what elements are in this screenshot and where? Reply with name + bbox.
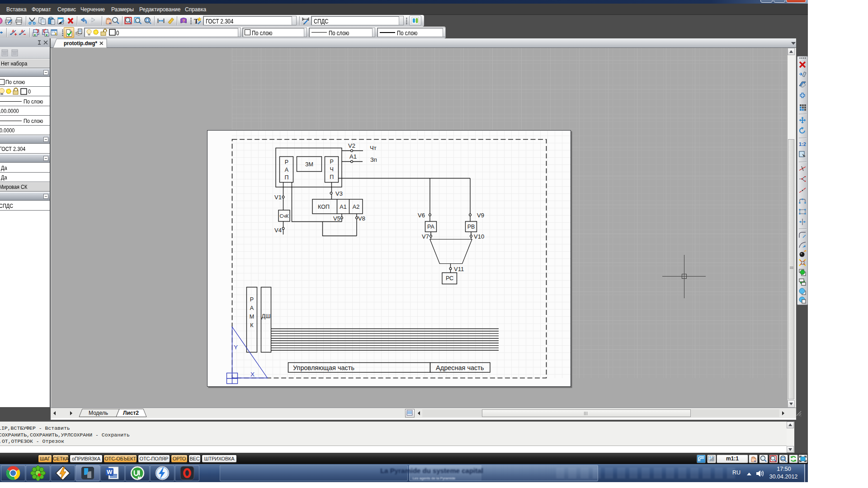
- svg-text:П: П: [330, 174, 334, 180]
- svg-text:Р: Р: [285, 159, 288, 165]
- svg-text:V11: V11: [454, 266, 464, 272]
- svg-text:V6: V6: [418, 212, 425, 219]
- svg-text:А: А: [250, 305, 254, 311]
- svg-text:РС: РС: [446, 275, 453, 282]
- svg-text:К: К: [250, 322, 254, 328]
- svg-text:А: А: [21, 29, 24, 33]
- svg-text:prototip.dwg*: prototip.dwg*: [64, 40, 97, 47]
- svg-text:РВ: РВ: [467, 224, 475, 230]
- svg-text:?: ?: [183, 19, 185, 23]
- svg-text:М: М: [250, 314, 254, 320]
- svg-text:А1: А1: [340, 204, 346, 210]
- svg-text:Упровляющая часть: Упровляющая часть: [293, 364, 354, 371]
- svg-text:Зп: Зп: [370, 156, 377, 163]
- svg-text:Ч: Ч: [330, 166, 334, 173]
- svg-text:Чт: Чт: [370, 145, 377, 151]
- svg-text:А1: А1: [349, 153, 357, 160]
- svg-text:ЗМ: ЗМ: [305, 161, 313, 168]
- svg-text:1:2: 1:2: [799, 141, 806, 147]
- svg-text:Лист2: Лист2: [123, 410, 139, 416]
- svg-text:V9: V9: [477, 212, 484, 219]
- svg-text:x: x: [46, 32, 48, 37]
- svg-text:Адресная часть: Адресная часть: [436, 364, 484, 371]
- svg-text:КОП: КОП: [318, 204, 330, 210]
- svg-text:V8: V8: [358, 215, 365, 222]
- svg-text:Р: Р: [250, 296, 254, 303]
- svg-text:СчК: СчК: [280, 213, 289, 219]
- svg-text:W: W: [107, 469, 113, 475]
- svg-text:V1: V1: [274, 194, 282, 201]
- svg-text:П: П: [285, 174, 289, 181]
- svg-text:Р: Р: [330, 159, 334, 165]
- svg-text:РА: РА: [427, 224, 435, 230]
- svg-text:А: А: [285, 167, 289, 173]
- svg-text:Y: Y: [234, 344, 238, 351]
- svg-text:Модель: Модель: [89, 410, 108, 416]
- svg-text:V5: V5: [333, 215, 340, 222]
- svg-text:X: X: [250, 371, 255, 378]
- svg-text:А: А: [12, 29, 15, 33]
- svg-text:А2: А2: [353, 204, 359, 210]
- svg-text:ДШ: ДШ: [262, 313, 271, 319]
- svg-text:V2: V2: [348, 142, 355, 149]
- svg-text:V4: V4: [274, 227, 282, 234]
- svg-text:V3: V3: [335, 190, 343, 197]
- svg-text:V7: V7: [422, 233, 429, 240]
- svg-text:V10: V10: [474, 233, 484, 240]
- svg-text:x: x: [34, 32, 37, 37]
